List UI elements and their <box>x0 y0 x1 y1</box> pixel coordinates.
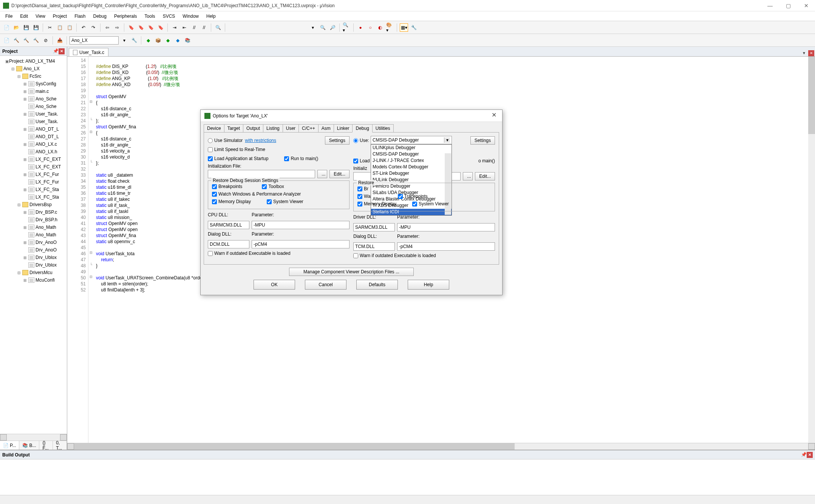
bookmark-next-icon[interactable]: 🔖 <box>147 23 155 32</box>
pin-icon[interactable]: 📌 <box>801 452 807 458</box>
sim-watch-check[interactable]: Watch Windows & Performance Analyzer <box>212 191 301 197</box>
dbg-driver-dll-input[interactable] <box>353 223 395 231</box>
manage-component-viewer-button[interactable]: Manage Component Viewer Description File… <box>289 268 414 276</box>
target-select[interactable] <box>70 36 119 45</box>
tab-utilities[interactable]: Utilities <box>372 124 394 132</box>
tree-group-fcsrc[interactable]: ⊟FcSrc <box>0 72 67 80</box>
download-icon[interactable]: 📥 <box>56 36 64 45</box>
tree-file[interactable]: ⊞Drv_BSP.c <box>0 208 67 216</box>
close-window-button[interactable]: ✕ <box>801 3 812 9</box>
nav-back-icon[interactable]: ⇦ <box>103 23 111 32</box>
close-editor-tab-icon[interactable]: ✕ <box>808 50 814 56</box>
tab-functions[interactable]: {} F... <box>39 441 53 450</box>
tree-file[interactable]: ⊞ANO_DT_L <box>0 125 67 133</box>
tree-file[interactable]: ⊞main.c <box>0 88 67 95</box>
tree-target[interactable]: ⊟Ano_LX <box>0 65 67 72</box>
menu-flash[interactable]: Flash <box>71 12 89 20</box>
defaults-button[interactable]: Defaults <box>356 280 398 290</box>
sim-warn-check[interactable]: Warn if outdated Executable is loaded <box>208 251 291 256</box>
pack-installer-icon[interactable]: ◆ <box>164 36 172 45</box>
sim-toolbox-check[interactable]: Toolbox <box>262 184 284 189</box>
sim-init-browse-button[interactable]: ... <box>317 170 327 178</box>
tree-file[interactable]: User_Task. <box>0 118 67 125</box>
tree-file[interactable]: Ano_Sche <box>0 103 67 110</box>
limit-speed-check[interactable]: Limit Speed to Real-Time <box>208 147 265 152</box>
dd-item[interactable]: ST-Link Debugger <box>371 170 452 177</box>
tree-file[interactable]: ⊞User_Task. <box>0 110 67 118</box>
find-icon[interactable]: 🔍 <box>214 23 222 32</box>
tree-file[interactable]: ⊞McuConfi <box>0 276 67 284</box>
sim-run-main-check[interactable]: Run to main() <box>284 156 318 161</box>
tree-file[interactable]: Ano_Math <box>0 231 67 239</box>
editor-vscroll[interactable] <box>808 57 815 443</box>
scroll-right-icon[interactable] <box>60 434 67 441</box>
paste-icon[interactable]: 📋 <box>65 23 74 32</box>
tree-file[interactable]: ⊞Drv_Ublox <box>0 254 67 261</box>
sim-cpu-param-input[interactable] <box>252 221 350 229</box>
editor-hscroll[interactable] <box>67 443 815 450</box>
dbg-settings-button[interactable]: Settings <box>470 136 495 145</box>
cut-icon[interactable]: ✂ <box>46 23 54 32</box>
batch-build-icon[interactable]: 🔨 <box>32 36 40 45</box>
menu-debug[interactable]: Debug <box>90 12 110 20</box>
incremental-find-icon[interactable]: 🔎 <box>328 23 337 32</box>
ok-button[interactable]: OK <box>254 280 295 290</box>
use-debugger-radio[interactable]: Use: <box>353 138 369 143</box>
sim-dialog-param-input[interactable] <box>252 240 350 248</box>
tab-nav-drop-icon[interactable]: ▼ <box>802 51 807 56</box>
tab-target[interactable]: Target <box>224 124 243 132</box>
target-options-icon[interactable]: 🔧 <box>130 36 138 45</box>
dbg-tracepoints-check[interactable]: Tracepoints <box>398 194 428 199</box>
tree-file[interactable]: ⊞LX_FC_EXT <box>0 156 67 163</box>
help-button[interactable]: Help <box>408 280 449 290</box>
breakpoint-kill-icon[interactable]: 🎨▾ <box>386 23 394 32</box>
menu-help[interactable]: Help <box>203 12 220 20</box>
sim-breakpoints-check[interactable]: Breakpoints <box>212 184 242 189</box>
sim-cpu-dll-input[interactable] <box>208 221 249 229</box>
build-output-body[interactable] <box>0 459 815 495</box>
find-combo-drop-icon[interactable]: ▾ <box>309 23 317 32</box>
project-tree[interactable]: ▣Project: ANO_LX_TM4 ⊟Ano_LX ⊟FcSrc ⊞Sys… <box>0 56 67 434</box>
sim-init-file-input[interactable] <box>208 170 315 178</box>
dd-item[interactable]: J-LINK / J-TRACE Cortex <box>371 157 452 164</box>
tree-file[interactable]: Drv_BSP.h <box>0 216 67 223</box>
dd-item[interactable]: CMSIS-DAP Debugger <box>371 151 452 157</box>
fold-column[interactable]: ⊟└⊟└⊟└⊟ <box>88 57 94 443</box>
tree-file[interactable]: ANO_DT_L <box>0 133 67 140</box>
open-file-icon[interactable]: 📂 <box>12 23 20 32</box>
build-icon[interactable]: 🔨 <box>12 36 20 45</box>
tree-project-root[interactable]: ▣Project: ANO_LX_TM4 <box>0 57 67 65</box>
find-in-files-icon[interactable]: 🔍 <box>319 23 327 32</box>
breakpoint-insert-icon[interactable]: ● <box>356 23 365 32</box>
tab-books[interactable]: 📚B... <box>19 441 39 450</box>
dbg-dialog-dll-input[interactable] <box>353 242 395 251</box>
menu-svcs[interactable]: SVCS <box>159 12 179 20</box>
scroll-left-icon[interactable] <box>0 434 7 441</box>
close-panel-icon[interactable]: ✕ <box>807 452 813 458</box>
sim-dialog-dll-input[interactable] <box>208 240 249 248</box>
tree-file[interactable]: ANO_LX.h <box>0 148 67 156</box>
menu-edit[interactable]: Edit <box>16 12 32 20</box>
tab-output[interactable]: Output <box>243 124 263 132</box>
dbg-breakpoints-check[interactable]: Br <box>357 186 368 191</box>
debug-start-icon[interactable]: 🔍▾ <box>342 23 351 32</box>
tree-file[interactable]: ⊞LX_FC_Fur <box>0 171 67 178</box>
undo-icon[interactable]: ↶ <box>79 23 88 32</box>
tab-user[interactable]: User <box>283 124 299 132</box>
scroll-right-icon[interactable] <box>808 443 815 450</box>
tab-debug[interactable]: Debug <box>352 124 372 133</box>
tree-file[interactable]: ⊞ANO_LX.c <box>0 140 67 148</box>
dbg-sysview-check[interactable]: System Viewer <box>412 201 449 207</box>
dbg-init-browse-button[interactable]: ... <box>463 172 473 180</box>
dbg-memdisp-check[interactable]: Memory Display <box>357 201 396 207</box>
project-hscroll[interactable] <box>0 434 67 441</box>
tree-group-driversbsp[interactable]: ⊟DriversBsp <box>0 201 67 208</box>
tree-file[interactable]: LX_FC_Fur <box>0 178 67 186</box>
pin-icon[interactable]: 📌 <box>53 48 59 54</box>
scroll-left-icon[interactable] <box>67 443 74 450</box>
menu-project[interactable]: Project <box>49 12 71 20</box>
bookmark-clear-icon[interactable]: 🔖 <box>156 23 165 32</box>
cancel-button[interactable]: Cancel <box>305 280 346 290</box>
tree-file[interactable]: Drv_Ublox <box>0 261 67 269</box>
tree-file[interactable]: LX_FC_EXT <box>0 163 67 171</box>
